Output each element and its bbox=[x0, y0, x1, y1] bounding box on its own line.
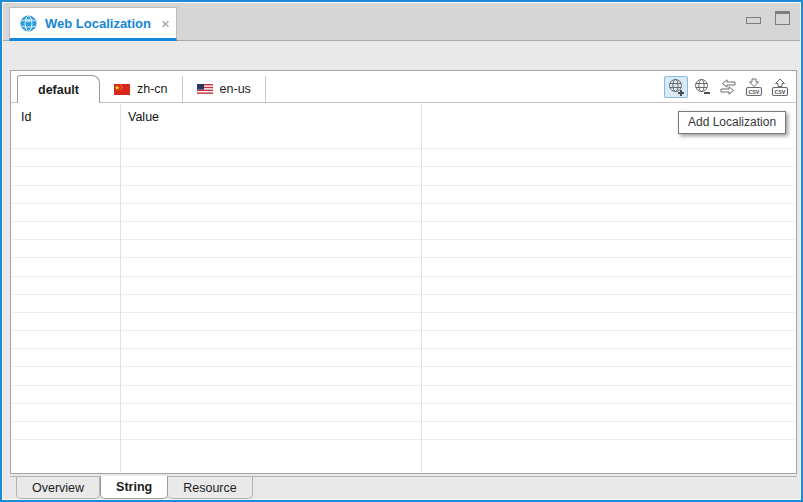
table-row[interactable] bbox=[12, 149, 795, 167]
locale-tab-label: zh-cn bbox=[137, 82, 168, 96]
table-row[interactable] bbox=[12, 386, 795, 404]
table-row[interactable] bbox=[12, 422, 795, 440]
table-row[interactable] bbox=[12, 167, 795, 185]
locale-tab-en-us[interactable]: en-us bbox=[183, 76, 266, 102]
table-row[interactable] bbox=[12, 222, 795, 240]
tab-label: String bbox=[116, 480, 152, 494]
tooltip-add-localization: Add Localization bbox=[678, 111, 786, 134]
table-row[interactable] bbox=[12, 240, 795, 258]
csv-import-icon: CSV bbox=[743, 77, 765, 97]
tab-string[interactable]: String bbox=[100, 476, 168, 499]
table-row[interactable] bbox=[12, 204, 795, 222]
editor-tab-web-localization[interactable]: Web Localization × bbox=[9, 7, 177, 41]
cn-flag-icon bbox=[114, 84, 130, 95]
csv-export-icon: CSV bbox=[769, 77, 791, 97]
column-header-id[interactable]: Id bbox=[21, 110, 31, 124]
add-localization-button[interactable] bbox=[664, 76, 688, 98]
svg-text:CSV: CSV bbox=[749, 89, 760, 96]
locale-tab-default[interactable]: default bbox=[17, 75, 100, 103]
table-row[interactable] bbox=[12, 258, 795, 276]
globe-plus-icon bbox=[666, 77, 686, 97]
globe-icon bbox=[20, 15, 37, 32]
table-row[interactable] bbox=[12, 349, 795, 367]
globe-minus-icon bbox=[692, 77, 712, 97]
page-tab-bar: Overview String Resource bbox=[10, 476, 797, 500]
locale-tab-zh-cn[interactable]: zh-cn bbox=[100, 76, 183, 102]
table-row[interactable] bbox=[12, 313, 795, 331]
locale-tab-label: default bbox=[38, 83, 79, 97]
import-csv-button[interactable]: CSV bbox=[742, 76, 766, 98]
tab-label: Overview bbox=[32, 481, 84, 495]
table-row[interactable] bbox=[12, 367, 795, 385]
localization-toolbar: CSV CSV bbox=[664, 76, 792, 98]
us-flag-icon bbox=[197, 84, 213, 95]
column-divider bbox=[421, 104, 422, 472]
web-localization-editor-window: Web Localization × default bbox=[0, 0, 803, 502]
locale-tab-label: en-us bbox=[220, 82, 251, 96]
table-body bbox=[12, 131, 795, 440]
tab-overview[interactable]: Overview bbox=[16, 477, 100, 499]
locale-tab-row: default zh-cn bbox=[11, 71, 796, 103]
editor-tab-title: Web Localization bbox=[45, 16, 151, 31]
remove-localization-button[interactable] bbox=[690, 76, 714, 98]
table-row[interactable] bbox=[12, 404, 795, 422]
table-row[interactable] bbox=[12, 295, 795, 313]
table-row[interactable] bbox=[12, 277, 795, 295]
minimize-icon[interactable] bbox=[746, 17, 761, 24]
tab-resource[interactable]: Resource bbox=[168, 477, 253, 499]
table-row[interactable] bbox=[12, 331, 795, 349]
maximize-icon[interactable] bbox=[775, 11, 790, 25]
swap-arrows-icon bbox=[718, 77, 738, 97]
swap-localization-button[interactable] bbox=[716, 76, 740, 98]
column-header-value[interactable]: Value bbox=[128, 110, 159, 124]
close-icon[interactable]: × bbox=[159, 16, 172, 31]
table-row[interactable] bbox=[12, 186, 795, 204]
column-divider bbox=[120, 104, 121, 472]
editor-tab-bar: Web Localization × bbox=[3, 3, 800, 41]
export-csv-button[interactable]: CSV bbox=[768, 76, 792, 98]
view-controls bbox=[746, 11, 790, 25]
tab-label: Resource bbox=[183, 481, 237, 495]
svg-text:CSV: CSV bbox=[775, 89, 786, 96]
